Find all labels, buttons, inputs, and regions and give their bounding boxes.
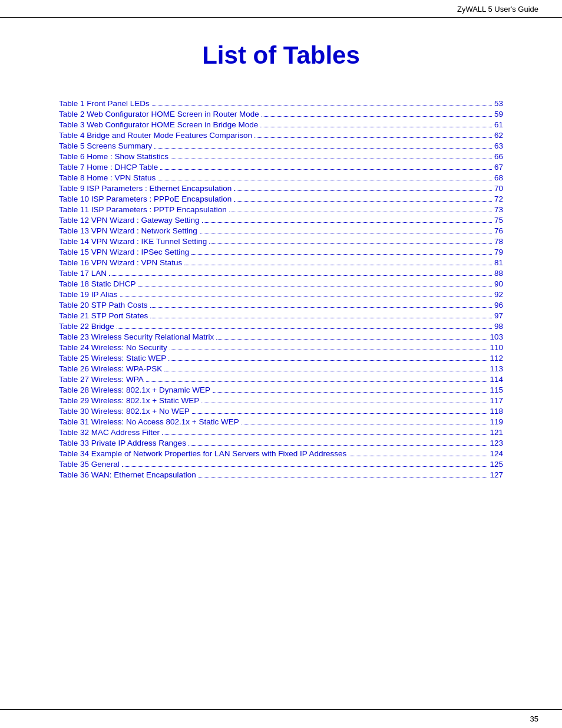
toc-dots <box>150 318 492 318</box>
toc-link[interactable]: Table 15 VPN Wizard : IPSec Setting <box>59 248 189 256</box>
toc-link[interactable]: Table 5 Screens Summary <box>59 141 152 150</box>
toc-page-number: 66 <box>494 152 503 161</box>
toc-page-number: 67 <box>494 163 503 172</box>
toc-dots <box>162 434 487 435</box>
toc-page-number: 61 <box>494 120 503 129</box>
toc-link[interactable]: Table 34 Example of Network Properties f… <box>59 449 346 458</box>
toc-item: Table 35 General125 <box>59 460 503 469</box>
toc-link[interactable]: Table 2 Web Configurator HOME Screen in … <box>59 110 259 118</box>
toc-dots <box>213 392 487 393</box>
toc-link[interactable]: Table 6 Home : Show Statistics <box>59 152 168 161</box>
toc-link[interactable]: Table 26 Wireless: WPA-PSK <box>59 364 162 373</box>
toc-dots <box>150 307 492 308</box>
toc-page-number: 117 <box>490 396 503 405</box>
toc-link[interactable]: Table 12 VPN Wizard : Gateway Setting <box>59 216 200 225</box>
toc-page-number: 124 <box>490 449 503 458</box>
toc-link[interactable]: Table 17 LAN <box>59 269 107 278</box>
toc-link[interactable]: Table 13 VPN Wizard : Network Setting <box>59 226 197 235</box>
toc-link[interactable]: Table 33 Private IP Address Ranges <box>59 439 186 447</box>
toc-item: Table 7 Home : DHCP Table67 <box>59 163 503 172</box>
toc-link[interactable]: Table 27 Wireless: WPA <box>59 375 144 384</box>
toc-item: Table 9 ISP Parameters : Ethernet Encaps… <box>59 184 503 193</box>
toc-dots <box>117 328 492 329</box>
toc-page-number: 62 <box>494 131 503 140</box>
toc-link[interactable]: Table 24 Wireless: No Security <box>59 343 167 352</box>
toc-dots <box>120 297 492 297</box>
footer-bar: 35 <box>0 709 562 728</box>
toc-page-number: 123 <box>490 439 503 447</box>
toc-item: Table 8 Home : VPN Status68 <box>59 173 503 182</box>
toc-item: Table 23 Wireless Security Relational Ma… <box>59 332 503 341</box>
toc-dots <box>200 233 492 233</box>
toc-dots <box>349 456 487 456</box>
toc-link[interactable]: Table 18 Static DHCP <box>59 279 136 288</box>
toc-link[interactable]: Table 19 IP Alias <box>59 290 118 299</box>
toc-item: Table 32 MAC Address Filter121 <box>59 428 503 437</box>
toc-item: Table 3 Web Configurator HOME Screen in … <box>59 120 503 129</box>
toc-link[interactable]: Table 16 VPN Wizard : VPN Status <box>59 258 182 267</box>
toc-dots <box>152 106 492 106</box>
toc-page-number: 119 <box>490 417 503 426</box>
toc-link[interactable]: Table 3 Web Configurator HOME Screen in … <box>59 120 258 129</box>
toc-item: Table 30 Wireless: 802.1x + No WEP118 <box>59 407 503 416</box>
toc-link[interactable]: Table 7 Home : DHCP Table <box>59 163 158 172</box>
header-title: ZyWALL 5 User's Guide <box>457 5 538 14</box>
toc-dots <box>146 381 488 382</box>
toc-link[interactable]: Table 22 Bridge <box>59 322 114 331</box>
toc-link[interactable]: Table 21 STP Port States <box>59 311 148 320</box>
toc-dots <box>209 243 492 244</box>
toc-page-number: 118 <box>490 407 503 416</box>
toc-dots <box>184 265 492 265</box>
toc-dots <box>254 137 492 138</box>
toc-link[interactable]: Table 11 ISP Parameters : PPTP Encapsula… <box>59 205 227 214</box>
toc-link[interactable]: Table 23 Wireless Security Relational Ma… <box>59 332 214 341</box>
toc-item: Table 1 Front Panel LEDs53 <box>59 99 503 108</box>
toc-item: Table 19 IP Alias92 <box>59 290 503 299</box>
toc-page-number: 70 <box>494 184 503 193</box>
toc-link[interactable]: Table 28 Wireless: 802.1x + Dynamic WEP <box>59 386 210 394</box>
toc-page-number: 121 <box>490 428 503 437</box>
toc-page-number: 79 <box>494 248 503 256</box>
toc-dots <box>164 371 487 371</box>
toc-dots <box>189 445 488 446</box>
toc-link[interactable]: Table 32 MAC Address Filter <box>59 428 160 437</box>
toc-item: Table 2 Web Configurator HOME Screen in … <box>59 110 503 118</box>
page-container: ZyWALL 5 User's Guide List of Tables Tab… <box>0 0 562 728</box>
toc-dots <box>160 169 492 170</box>
toc-page-number: 92 <box>494 290 503 299</box>
toc-item: Table 27 Wireless: WPA114 <box>59 375 503 384</box>
toc-page-number: 125 <box>490 460 503 469</box>
toc-item: Table 34 Example of Network Properties f… <box>59 449 503 458</box>
toc-page-number: 110 <box>490 343 503 352</box>
toc-page-number: 72 <box>494 195 503 203</box>
toc-link[interactable]: Table 30 Wireless: 802.1x + No WEP <box>59 407 190 416</box>
toc-item: Table 14 VPN Wizard : IKE Tunnel Setting… <box>59 237 503 246</box>
toc-dots <box>122 466 488 467</box>
toc-link[interactable]: Table 10 ISP Parameters : PPPoE Encapsul… <box>59 195 232 203</box>
toc-page-number: 97 <box>494 311 503 320</box>
toc-page-number: 96 <box>494 301 503 309</box>
toc-dots <box>229 212 492 212</box>
toc-link[interactable]: Table 36 WAN: Ethernet Encapsulation <box>59 470 196 479</box>
toc-link[interactable]: Table 14 VPN Wizard : IKE Tunnel Setting <box>59 237 207 246</box>
toc-dots <box>234 190 492 191</box>
toc-page-number: 78 <box>494 237 503 246</box>
toc-link[interactable]: Table 31 Wireless: No Access 802.1x + St… <box>59 417 239 426</box>
toc-link[interactable]: Table 29 Wireless: 802.1x + Static WEP <box>59 396 199 405</box>
main-content: List of Tables Table 1 Front Panel LEDs5… <box>0 18 562 516</box>
header-bar: ZyWALL 5 User's Guide <box>0 0 562 18</box>
toc-link[interactable]: Table 8 Home : VPN Status <box>59 173 156 182</box>
toc-item: Table 12 VPN Wizard : Gateway Setting75 <box>59 216 503 225</box>
toc-link[interactable]: Table 9 ISP Parameters : Ethernet Encaps… <box>59 184 232 193</box>
toc-item: Table 10 ISP Parameters : PPPoE Encapsul… <box>59 195 503 203</box>
toc-dots <box>138 286 492 286</box>
toc-page-number: 112 <box>490 354 503 363</box>
toc-link[interactable]: Table 4 Bridge and Router Mode Features … <box>59 131 252 140</box>
toc-link[interactable]: Table 20 STP Path Costs <box>59 301 148 309</box>
toc-page-number: 75 <box>494 216 503 225</box>
toc-dots <box>216 339 487 340</box>
toc-dots <box>202 222 492 223</box>
toc-link[interactable]: Table 35 General <box>59 460 120 469</box>
toc-link[interactable]: Table 1 Front Panel LEDs <box>59 99 150 108</box>
toc-link[interactable]: Table 25 Wireless: Static WEP <box>59 354 166 363</box>
